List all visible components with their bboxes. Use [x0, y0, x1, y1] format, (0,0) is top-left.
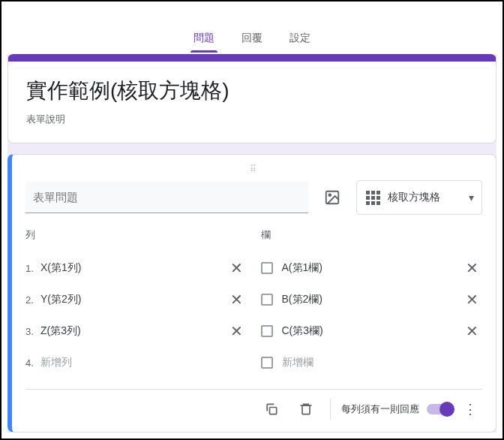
row-text-input[interactable]: Y(第2列) [40, 293, 226, 306]
col-text-input[interactable]: C(第3欄) [282, 324, 462, 338]
columns-column: 欄 A(第1欄) ✕ B(第2欄) ✕ C(第3欄) ✕ [261, 228, 483, 378]
remove-row-button[interactable]: ✕ [226, 259, 248, 277]
checkbox-icon [261, 357, 273, 369]
columns-header: 欄 [261, 228, 483, 242]
question-card: ⠿ 核取方塊格 ▾ 列 1. X(第1列) ✕ 2. [8, 154, 496, 432]
row-item[interactable]: 2. Y(第2列) ✕ [26, 284, 248, 315]
more-options-button[interactable]: ⋮ [460, 401, 481, 417]
col-text-input[interactable]: A(第1欄) [282, 261, 462, 275]
require-response-label: 每列須有一則回應 [341, 402, 419, 416]
row-item[interactable]: 1. X(第1列) ✕ [26, 252, 248, 284]
svg-rect-2 [270, 408, 277, 414]
svg-rect-3 [302, 405, 310, 414]
form-header-card[interactable]: 實作範例(核取方塊格) 表單說明 [8, 54, 496, 143]
image-icon [324, 189, 340, 206]
chevron-down-icon: ▾ [469, 191, 474, 203]
remove-col-button[interactable]: ✕ [461, 291, 482, 309]
checkbox-icon [261, 294, 273, 306]
grid-icon [366, 191, 380, 205]
add-col-label[interactable]: 新增欄 [282, 356, 483, 369]
copy-icon [264, 402, 279, 417]
checkbox-icon [261, 262, 273, 274]
add-image-button[interactable] [319, 184, 346, 211]
rows-header: 列 [26, 228, 248, 242]
form-tabs: 問題 回覆 設定 [8, 8, 496, 53]
more-vert-icon: ⋮ [464, 402, 477, 417]
col-item[interactable]: A(第1欄) ✕ [261, 252, 483, 284]
divider [330, 399, 331, 420]
remove-col-button[interactable]: ✕ [461, 259, 482, 277]
row-text-input[interactable]: Z(第3列) [40, 324, 226, 338]
row-number: 2. [26, 294, 40, 306]
checkbox-icon [261, 325, 273, 337]
question-footer: 每列須有一則回應 ⋮ [26, 389, 482, 426]
tab-settings[interactable]: 設定 [286, 32, 314, 53]
question-type-label: 核取方塊格 [388, 191, 440, 204]
rows-column: 列 1. X(第1列) ✕ 2. Y(第2列) ✕ 3. Z(第3列) ✕ [26, 228, 248, 378]
col-item[interactable]: B(第2欄) ✕ [261, 284, 483, 315]
remove-row-button[interactable]: ✕ [226, 291, 248, 309]
tab-questions[interactable]: 問題 [190, 32, 218, 53]
svg-point-1 [328, 194, 331, 196]
add-row-label[interactable]: 新增列 [40, 356, 248, 369]
row-number: 3. [26, 326, 40, 337]
form-description[interactable]: 表單說明 [26, 113, 478, 126]
question-title-input[interactable] [26, 182, 308, 213]
question-type-select[interactable]: 核取方塊格 ▾ [356, 180, 482, 215]
duplicate-button[interactable] [258, 396, 285, 423]
add-row[interactable]: 4. 新增列 [26, 347, 248, 378]
drag-handle-icon[interactable]: ⠿ [26, 165, 482, 176]
row-item[interactable]: 3. Z(第3列) ✕ [26, 315, 248, 347]
require-response-toggle[interactable] [427, 404, 452, 414]
col-text-input[interactable]: B(第2欄) [282, 293, 462, 306]
add-col[interactable]: 新增欄 [261, 347, 483, 378]
row-text-input[interactable]: X(第1列) [40, 261, 226, 275]
row-number: 1. [26, 263, 40, 274]
remove-row-button[interactable]: ✕ [226, 322, 248, 340]
trash-icon [298, 402, 314, 417]
remove-col-button[interactable]: ✕ [461, 322, 482, 340]
form-title[interactable]: 實作範例(核取方塊格) [26, 77, 478, 105]
tab-responses[interactable]: 回覆 [238, 32, 266, 53]
col-item[interactable]: C(第3欄) ✕ [261, 315, 483, 347]
delete-button[interactable] [292, 396, 320, 423]
row-number: 4. [26, 357, 40, 369]
